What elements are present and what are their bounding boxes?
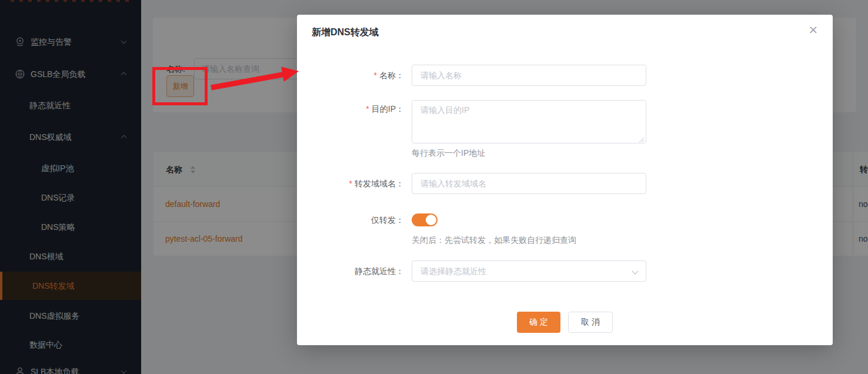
name-input[interactable] bbox=[412, 65, 646, 86]
app-screen: 监控与告警 GSLB全局负载 静态就近性 DNS权威域 虚拟IP池 DNS记录 … bbox=[0, 0, 868, 374]
required-mark: * bbox=[374, 71, 377, 80]
modal-title: 新增DNS转发域 bbox=[312, 26, 379, 39]
name-field-wrap bbox=[412, 65, 646, 86]
select-placeholder: 请选择静态就近性 bbox=[420, 266, 486, 276]
required-mark: * bbox=[349, 179, 352, 188]
dest-ip-field-wrap bbox=[412, 100, 646, 143]
cancel-button[interactable]: 取 消 bbox=[568, 312, 613, 333]
static-proximity-select[interactable]: 请选择静态就近性 bbox=[412, 261, 646, 282]
dest-ip-field-label: *目的IP： bbox=[297, 100, 404, 118]
chevron-down-icon bbox=[632, 268, 638, 274]
dest-ip-helper-text: 每行表示一个IP地址 bbox=[412, 147, 485, 159]
confirm-button[interactable]: 确 定 bbox=[517, 312, 560, 333]
forward-only-field-label: 仅转发： bbox=[297, 212, 404, 228]
static-proximity-field-label: 静态就近性： bbox=[297, 261, 404, 282]
forward-domain-field-wrap bbox=[412, 173, 646, 194]
add-dns-forward-domain-modal: 新增DNS转发域 × *名称： *目的IP： 每行表示一个IP地址 *转发域域名… bbox=[297, 15, 833, 345]
forward-only-helper-text: 关闭后：先尝试转发，如果失败自行递归查询 bbox=[412, 234, 576, 246]
close-icon[interactable]: × bbox=[806, 22, 821, 37]
required-mark: * bbox=[366, 104, 369, 113]
forward-domain-field-label: *转发域域名： bbox=[297, 173, 404, 194]
forward-domain-input[interactable] bbox=[412, 173, 646, 194]
resize-handle-icon[interactable] bbox=[639, 135, 645, 141]
name-field-label: *名称： bbox=[297, 65, 404, 86]
dest-ip-textarea[interactable] bbox=[412, 100, 646, 143]
forward-only-toggle[interactable] bbox=[412, 213, 438, 226]
toggle-knob bbox=[426, 215, 436, 225]
